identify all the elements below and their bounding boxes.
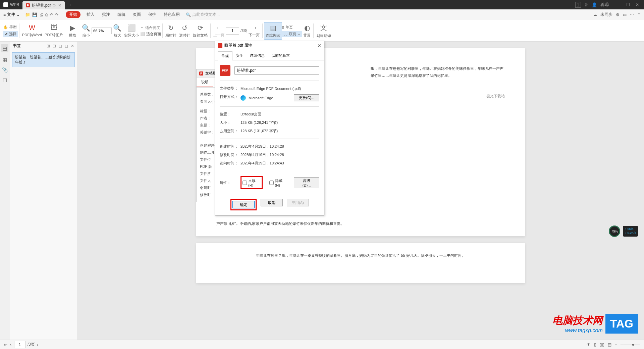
- first-page-icon[interactable]: ⇤: [4, 342, 7, 347]
- tab-details[interactable]: 详细信息: [247, 51, 268, 60]
- readonly-input[interactable]: [243, 181, 247, 185]
- fit-page[interactable]: ⬜适合页面: [140, 32, 161, 37]
- pdf-file-icon: [218, 43, 222, 48]
- collapse-icon[interactable]: ⌃: [637, 12, 641, 17]
- tab-versions[interactable]: 以前的版本: [268, 51, 293, 60]
- titlebar-badge[interactable]: 1: [575, 2, 581, 8]
- change-button[interactable]: 更改(C)...: [294, 94, 319, 101]
- cloud-sync-icon[interactable]: ☁: [593, 12, 597, 17]
- prev-page[interactable]: ←上一页: [212, 23, 226, 38]
- sub-row-label: 文件大: [200, 178, 217, 183]
- tab-insert[interactable]: 插入: [85, 11, 96, 18]
- sync-status[interactable]: 未同步: [600, 12, 612, 17]
- bm-del-icon[interactable]: ◻: [65, 44, 68, 48]
- next-page-icon[interactable]: ›: [37, 342, 38, 347]
- hidden-input[interactable]: [269, 181, 274, 185]
- rotate-cw[interactable]: ↻顺时针: [164, 23, 178, 39]
- background[interactable]: ◐背景: [302, 23, 312, 39]
- bm-collapse-icon[interactable]: ⊟: [53, 44, 56, 48]
- open-icon[interactable]: 📁: [25, 12, 30, 17]
- layout-icon3[interactable]: ▤: [608, 342, 611, 347]
- apply-button[interactable]: 应用(A): [287, 199, 309, 206]
- pdf-to-word[interactable]: WPDF转Word: [21, 23, 43, 38]
- translate[interactable]: 文划词翻译: [315, 22, 332, 39]
- sub-row-label: PDF 版: [200, 164, 217, 169]
- close-window-button[interactable]: ✕: [634, 2, 641, 7]
- hand-tool[interactable]: ✋手型: [3, 25, 18, 30]
- bm-close-icon[interactable]: ✕: [71, 44, 74, 48]
- tab-features[interactable]: 特色应用: [162, 11, 181, 18]
- search-box[interactable]: 🔍 点此查找文本...: [186, 12, 220, 17]
- attachment-icon[interactable]: 📎: [2, 67, 8, 72]
- username[interactable]: 蓉蓉: [600, 2, 609, 8]
- dialog-close-button[interactable]: ✕: [317, 43, 321, 48]
- page-input[interactable]: [226, 27, 239, 35]
- rotate-doc[interactable]: ⟳旋转文档: [192, 23, 209, 39]
- zoom-out[interactable]: 🔍缩小: [80, 23, 92, 39]
- hidden-checkbox[interactable]: 隐藏(H): [269, 178, 287, 187]
- maximize-button[interactable]: ☐: [625, 2, 631, 7]
- minimize-button[interactable]: —: [615, 2, 622, 7]
- zoom-slider[interactable]: ────●──: [621, 342, 640, 347]
- filename-input[interactable]: [234, 66, 319, 74]
- mode-group: ✋手型 ⬈选择: [3, 25, 18, 37]
- double-page[interactable]: ▯▯双页⌄: [282, 31, 302, 37]
- next-page[interactable]: →下一页: [247, 23, 261, 38]
- zoom-in[interactable]: 🔍放大: [112, 23, 123, 39]
- layers-icon[interactable]: ◫: [3, 77, 7, 83]
- crown-icon[interactable]: ♕: [584, 2, 588, 7]
- cancel-button[interactable]: 取消: [261, 199, 283, 206]
- bm-expand-icon[interactable]: ⊞: [47, 44, 50, 48]
- tab-start[interactable]: 开始: [66, 11, 80, 18]
- tab-edit[interactable]: 编辑: [116, 11, 127, 18]
- ok-button[interactable]: 确定: [232, 201, 255, 208]
- sub-row-label: 制作工具: [200, 150, 217, 155]
- prev-page-icon[interactable]: ‹: [10, 342, 11, 347]
- status-page-input[interactable]: [14, 341, 25, 348]
- window-icon[interactable]: ▭: [623, 12, 627, 17]
- undo-icon[interactable]: ↶: [50, 12, 53, 17]
- zoom-out-status[interactable]: −: [615, 342, 617, 347]
- select-tool[interactable]: ⬈选择: [3, 31, 18, 37]
- continuous-read[interactable]: ▤连续阅读: [264, 22, 282, 40]
- single-page[interactable]: ▯单页: [282, 25, 302, 30]
- sub-tab-desc[interactable]: 说明: [197, 78, 213, 87]
- view-mode-icon[interactable]: 👁: [587, 342, 591, 347]
- document-viewport[interactable]: 盼望着， 人山人海 哦，年味儿在爸爸写的对联里，年味儿在妈妈准备的美味佳肴里，年…: [77, 42, 644, 340]
- tab-close-icon[interactable]: ✕: [58, 3, 61, 8]
- rotate-ccw[interactable]: ↺逆时针: [178, 23, 192, 39]
- tab-general[interactable]: 常规: [218, 51, 232, 60]
- bookmark-item[interactable]: 盼望着，盼望着……翘首以盼的新年近了: [12, 52, 75, 67]
- file-menu[interactable]: ≡ 文件 ⌄: [3, 12, 20, 17]
- actual-size[interactable]: ⬜实际大小: [123, 23, 140, 39]
- save-icon[interactable]: 💾: [32, 12, 37, 17]
- document-tab[interactable]: P 盼望着.pdf ⟳ ✕: [22, 1, 65, 9]
- tab-page[interactable]: 页面: [131, 11, 142, 18]
- performance-widget[interactable]: 79% ↑ 0K/s ↓ 0.2K/s: [609, 226, 638, 237]
- bm-add-icon[interactable]: ◻: [59, 44, 62, 48]
- open-with-app: Microsoft Edge: [249, 96, 273, 100]
- print2-icon[interactable]: ⎙: [45, 12, 48, 17]
- outline-icon[interactable]: ▤: [1, 44, 8, 52]
- print-icon[interactable]: 🖨: [39, 12, 43, 17]
- readonly-checkbox[interactable]: 只读(R): [243, 178, 261, 187]
- new-tab-button[interactable]: ＋: [68, 2, 72, 8]
- dialog-titlebar[interactable]: 盼望着.pdf 属性 ✕: [215, 41, 324, 50]
- thumbnails-icon[interactable]: ▦: [3, 57, 7, 62]
- redo-icon[interactable]: ↷: [55, 12, 58, 17]
- layout-icon1[interactable]: ▯: [594, 342, 596, 347]
- fit-width[interactable]: ↔适合宽度: [140, 25, 161, 30]
- size-value: 125 KB (128,241 字节): [240, 120, 319, 125]
- play-button[interactable]: ▶播放: [67, 23, 77, 39]
- tab-annotate[interactable]: 批注: [101, 11, 111, 18]
- layout-icon2[interactable]: ▯▯: [600, 342, 604, 347]
- pdf-to-image[interactable]: 🖼PDF转图片: [43, 23, 64, 38]
- tab-security[interactable]: 安全: [232, 51, 247, 60]
- tab-protect[interactable]: 保护: [147, 11, 158, 18]
- perf-stats: ↑ 0K/s ↓ 0.2K/s: [623, 226, 638, 236]
- gear-icon[interactable]: ⚙: [616, 12, 620, 17]
- advanced-button[interactable]: 高级(D)...: [294, 177, 319, 188]
- more-icon[interactable]: ⋯: [630, 12, 634, 17]
- zoom-input[interactable]: [92, 28, 112, 34]
- avatar-icon[interactable]: 👤: [592, 2, 597, 7]
